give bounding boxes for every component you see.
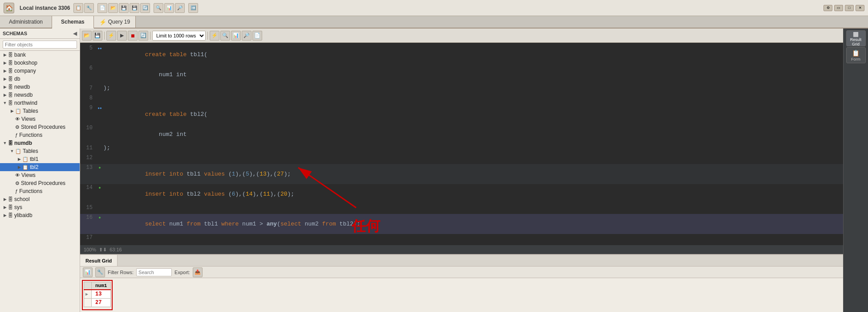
execute-all-btn[interactable]: ⚡ bbox=[210, 31, 219, 41]
export-btn[interactable]: 📤 bbox=[193, 267, 203, 277]
result-export-icon[interactable]: 📊 bbox=[83, 267, 93, 277]
toolbar-sep2 bbox=[150, 32, 150, 40]
filter-objects-input[interactable] bbox=[3, 41, 77, 49]
sidebar-item-school[interactable]: ▶ 🗄 school bbox=[0, 195, 80, 203]
sidebar-item-northwind-views[interactable]: 👁 Views bbox=[0, 115, 80, 123]
maximize-btn[interactable]: □ bbox=[845, 5, 854, 11]
sidebar: SCHEMAS ◀ ▶ 🗄 bank ▶ 🗄 bookshop ▶ 🗄 bbox=[0, 29, 80, 312]
cursor-position: 63:16 bbox=[110, 247, 122, 252]
migration-icon[interactable]: ➡️ bbox=[188, 3, 198, 13]
sidebar-item-bookshop[interactable]: ▶ 🗄 bookshop bbox=[0, 59, 80, 67]
snippets-btn[interactable]: 📄 bbox=[252, 31, 262, 41]
code-line-9: 9 ●● create table tbl2( bbox=[80, 104, 843, 124]
code-editor[interactable]: 5 ●● create table tbl1( 6 num1 int bbox=[80, 43, 843, 245]
home-icon[interactable]: 🏠 bbox=[4, 3, 14, 13]
tab-result-grid[interactable]: Result Grid bbox=[80, 255, 118, 266]
minimize-btn[interactable]: ▭ bbox=[834, 5, 843, 11]
expand-bank-icon: ▶ bbox=[2, 52, 8, 58]
expand-sys-icon: ▶ bbox=[2, 204, 8, 210]
settings-btn[interactable]: ⚙ bbox=[823, 5, 832, 11]
sidebar-item-sys[interactable]: ▶ 🗄 sys bbox=[0, 203, 80, 211]
code-line-13: 13 ● insert into tbl1 values (1),(5),(13… bbox=[80, 164, 843, 184]
schema-inspect-btn[interactable]: 🔎 bbox=[242, 31, 251, 41]
result-wrap-icon[interactable]: 🔧 bbox=[95, 267, 105, 277]
sidebar-item-ylibaidb[interactable]: ▶ 🗄 ylibaidb bbox=[0, 211, 80, 219]
result-cell-13: 13 bbox=[92, 290, 111, 299]
expand-newdb-icon: ▶ bbox=[2, 84, 8, 90]
result-cell-27: 27 bbox=[92, 299, 111, 307]
result-grid-btn[interactable]: ▦ ResultGrid bbox=[846, 30, 866, 46]
expand-numdb-icon: ▼ bbox=[2, 140, 8, 146]
window-title: Local instance 3306 bbox=[20, 5, 70, 11]
execute-selection-btn[interactable]: ▶ bbox=[117, 31, 127, 41]
save-query-icon[interactable]: 💾 bbox=[119, 3, 129, 13]
result-content: num1 ▶ 13 27 bbox=[80, 278, 843, 312]
save-file-btn[interactable]: 💾 bbox=[93, 31, 102, 41]
tab-bar: Administration Schemas ⚡ Query 19 bbox=[0, 16, 868, 29]
open-file-btn[interactable]: 📂 bbox=[82, 31, 92, 41]
code-line-6: 6 num1 int bbox=[80, 65, 843, 85]
limit-rows-select[interactable]: Limit to 1000 rows bbox=[152, 31, 206, 41]
visual-explain-btn[interactable]: 📊 bbox=[231, 31, 241, 41]
tab-schemas[interactable]: Schemas bbox=[52, 16, 94, 29]
form-btn[interactable]: 📋 Form bbox=[846, 47, 866, 63]
sidebar-item-newdb[interactable]: ▶ 🗄 newdb bbox=[0, 83, 80, 91]
sidebar-item-northwind-tables[interactable]: ▶ 📋 Tables bbox=[0, 107, 80, 115]
sidebar-item-numdb[interactable]: ▼ 🗄 numdb bbox=[0, 139, 80, 147]
sidebar-item-tbl2[interactable]: ▶ 📋 tbl2 bbox=[0, 163, 80, 171]
manage-connections-icon[interactable]: 🔧 bbox=[84, 3, 94, 13]
filter-rows-label: Filter Rows: bbox=[108, 270, 134, 275]
refresh-icon[interactable]: 🔄 bbox=[140, 3, 150, 13]
sidebar-collapse-icon[interactable]: ◀ bbox=[73, 30, 77, 37]
result-table-wrapper: num1 ▶ 13 27 bbox=[82, 280, 113, 310]
schema-inspector-icon[interactable]: 🔍 bbox=[154, 3, 163, 13]
refresh-btn[interactable]: 🔄 bbox=[138, 31, 148, 41]
sidebar-item-newsdb[interactable]: ▶ 🗄 newsdb bbox=[0, 91, 80, 99]
result-col-arrow bbox=[84, 282, 92, 290]
result-panel: Result Grid 📊 🔧 Filter Rows: Export: 📤 bbox=[80, 254, 843, 312]
performance-icon[interactable]: 📊 bbox=[164, 3, 174, 13]
toolbar-sep3 bbox=[207, 32, 208, 40]
expand-school-icon: ▶ bbox=[2, 196, 8, 202]
sidebar-item-company[interactable]: ▶ 🗄 company bbox=[0, 67, 80, 75]
editor-status-bar: 100% ⬆⬇ 63:16 bbox=[80, 245, 843, 254]
sidebar-item-northwind[interactable]: ▼ 🗄 northwind bbox=[0, 99, 80, 107]
tab-administration[interactable]: Administration bbox=[0, 16, 52, 28]
code-line-5: 5 ●● create table tbl1( bbox=[80, 45, 843, 65]
query-toolbar: 📂 💾 ⚡ ▶ ⏹ 🔄 Limit to 1000 rows ⚡ 🔍 📊 🔎 📄 bbox=[80, 29, 843, 43]
stop-btn[interactable]: ⏹ bbox=[128, 31, 138, 41]
tab-query[interactable]: ⚡ Query 19 bbox=[94, 16, 136, 28]
code-line-11: 11 ); bbox=[80, 144, 843, 154]
sidebar-item-numdb-functions[interactable]: ƒ Functions bbox=[0, 187, 80, 195]
sidebar-header: SCHEMAS ◀ bbox=[0, 29, 80, 39]
sidebar-item-tbl1[interactable]: ▶ 📋 tbl1 bbox=[0, 155, 80, 163]
result-table: num1 ▶ 13 27 bbox=[84, 282, 111, 307]
result-grid-label: ResultGrid bbox=[850, 38, 862, 47]
open-query-icon[interactable]: 📂 bbox=[108, 3, 118, 13]
sidebar-item-db[interactable]: ▶ 🗄 db bbox=[0, 75, 80, 83]
explain-btn[interactable]: 🔍 bbox=[220, 31, 230, 41]
sidebar-item-numdb-stored-procedures[interactable]: ⚙ Stored Procedures bbox=[0, 179, 80, 187]
close-btn[interactable]: ✕ bbox=[856, 5, 864, 11]
sidebar-item-numdb-tables[interactable]: ▼ 📋 Tables bbox=[0, 147, 80, 155]
execute-btn[interactable]: ⚡ bbox=[106, 31, 116, 41]
result-toolbar: 📊 🔧 Filter Rows: Export: 📤 bbox=[80, 267, 843, 278]
result-search-input[interactable] bbox=[136, 268, 172, 276]
sidebar-tree: ▶ 🗄 bank ▶ 🗄 bookshop ▶ 🗄 company ▶ 🗄 db bbox=[0, 51, 80, 312]
sidebar-item-northwind-stored-procedures[interactable]: ⚙ Stored Procedures bbox=[0, 123, 80, 131]
sidebar-item-numdb-views[interactable]: 👁 Views bbox=[0, 171, 80, 179]
sidebar-search-area bbox=[0, 39, 80, 51]
expand-ylibaidb-icon: ▶ bbox=[2, 212, 8, 218]
sidebar-item-northwind-functions[interactable]: ƒ Functions bbox=[0, 131, 80, 139]
new-query-icon[interactable]: 📄 bbox=[97, 3, 107, 13]
code-line-7: 7 ); bbox=[80, 85, 843, 94]
code-lines: 5 ●● create table tbl1( 6 num1 int bbox=[80, 43, 843, 245]
schemas-label: SCHEMAS bbox=[3, 31, 27, 36]
table-row: ▶ 13 bbox=[84, 290, 111, 299]
result-col-num1: num1 bbox=[92, 282, 111, 290]
search-icon[interactable]: 🔎 bbox=[175, 3, 185, 13]
new-connection-icon[interactable]: 📋 bbox=[73, 3, 83, 13]
annotation-text: 任何 bbox=[352, 217, 380, 236]
save-as-icon[interactable]: 💾 bbox=[130, 3, 139, 13]
sidebar-item-bank[interactable]: ▶ 🗄 bank bbox=[0, 51, 80, 59]
